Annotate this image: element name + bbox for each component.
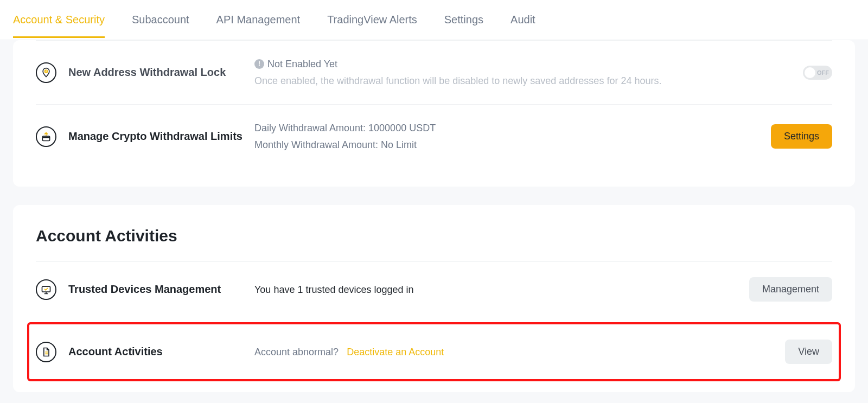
activities-card: Account Activities Trusted Devices Manag… — [13, 205, 855, 392]
toggle-off-label: OFF — [817, 69, 829, 76]
withdrawal-limits-desc: Daily Withdrawal Amount: 1000000 USDT Mo… — [254, 120, 760, 153]
info-icon: ! — [254, 59, 264, 69]
document-icon — [36, 342, 56, 362]
withdrawal-lock-description: Once enabled, the withdrawal function wi… — [254, 73, 792, 89]
account-activities-heading: Account Activities — [36, 227, 832, 262]
security-card: N New Address Withdrawal Lock ! Not Enab… — [13, 40, 855, 187]
trusted-devices-desc: You have 1 trusted devices logged in — [254, 282, 738, 298]
row-withdrawal-limits: Manage Crypto Withdrawal Limits Daily Wi… — [36, 104, 832, 168]
account-activities-highlight: Account Activities Account abnormal? Dea… — [27, 322, 841, 381]
tab-audit[interactable]: Audit — [510, 2, 535, 38]
withdrawal-limits-daily: Daily Withdrawal Amount: 1000000 USDT — [254, 120, 760, 137]
tab-account-security[interactable]: Account & Security — [13, 2, 105, 38]
trusted-devices-management-button[interactable]: Management — [749, 277, 832, 302]
tab-api-management[interactable]: API Management — [216, 2, 301, 38]
withdrawal-lock-title: New Address Withdrawal Lock — [56, 66, 254, 79]
account-activities-title: Account Activities — [56, 346, 254, 358]
withdrawal-lock-toggle[interactable]: OFF — [803, 66, 832, 80]
trusted-devices-title: Trusted Devices Management — [56, 283, 254, 296]
withdrawal-box-icon — [36, 126, 56, 147]
tab-settings[interactable]: Settings — [444, 2, 483, 38]
location-lock-icon: N — [36, 62, 56, 83]
svg-text:N: N — [45, 70, 47, 73]
row-account-activities: Account Activities Account abnormal? Dea… — [36, 324, 832, 379]
tab-tradingview-alerts[interactable]: TradingView Alerts — [327, 2, 417, 38]
monitor-icon — [36, 279, 56, 300]
deactivate-account-link[interactable]: Deactivate an Account — [347, 347, 444, 357]
tabs-nav: Account & Security Subaccount API Manage… — [0, 0, 868, 40]
withdrawal-lock-status: Not Enabled Yet — [267, 56, 337, 73]
account-activities-desc: Account abnormal? Deactivate an Account — [254, 344, 774, 361]
withdrawal-limits-title: Manage Crypto Withdrawal Limits — [56, 130, 254, 143]
account-abnormal-prompt: Account abnormal? — [254, 347, 339, 357]
withdrawal-lock-desc: ! Not Enabled Yet Once enabled, the with… — [254, 56, 792, 89]
account-activities-view-button[interactable]: View — [785, 340, 832, 364]
svg-rect-2 — [42, 136, 49, 140]
withdrawal-limits-settings-button[interactable]: Settings — [771, 124, 832, 149]
withdrawal-limits-monthly: Monthly Withdrawal Amount: No Limit — [254, 137, 760, 153]
row-withdrawal-lock: N New Address Withdrawal Lock ! Not Enab… — [36, 40, 832, 104]
tab-subaccount[interactable]: Subaccount — [132, 2, 189, 38]
row-trusted-devices: Trusted Devices Management You have 1 tr… — [36, 262, 832, 317]
